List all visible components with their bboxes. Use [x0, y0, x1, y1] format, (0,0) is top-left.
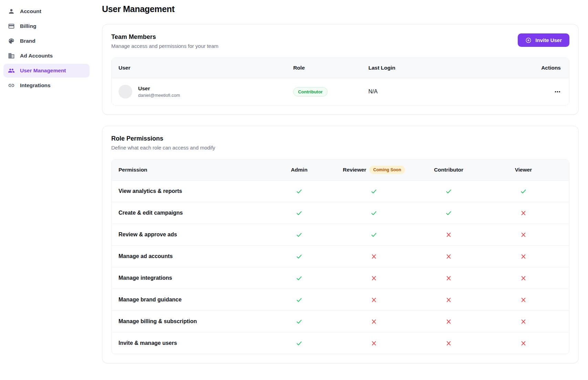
- sidebar-item-label: Ad Accounts: [20, 53, 53, 59]
- cross-icon: [486, 318, 561, 325]
- check-icon: [337, 210, 411, 216]
- page-title: User Management: [102, 4, 579, 14]
- check-icon: [262, 232, 337, 238]
- column-header-user: User: [118, 65, 293, 71]
- settings-sidebar: Account Billing Brand Ad Accounts User M…: [0, 0, 92, 380]
- row-actions-menu-button[interactable]: ⋯: [550, 87, 561, 97]
- invite-user-button[interactable]: Invite User: [518, 33, 569, 47]
- check-icon: [411, 188, 486, 195]
- sidebar-item-user-management[interactable]: User Management: [3, 64, 90, 78]
- permission-row: Manage billing & subscription: [112, 310, 569, 332]
- sidebar-item-integrations[interactable]: Integrations: [3, 79, 90, 92]
- sidebar-item-label: Brand: [20, 38, 35, 44]
- team-members-title: Team Members: [111, 33, 218, 41]
- team-members-card: Team Members Manage access and permissio…: [102, 24, 579, 115]
- sidebar-item-ad-accounts[interactable]: Ad Accounts: [3, 49, 90, 63]
- check-icon: [262, 188, 337, 195]
- check-icon: [262, 297, 337, 303]
- sidebar-item-label: Integrations: [20, 82, 51, 89]
- column-header-last-login: Last Login: [368, 65, 457, 71]
- team-member-row: User daniel@meetlofi.com Contributor N/A…: [112, 78, 569, 105]
- cross-icon: [486, 232, 561, 238]
- permission-label: Manage brand guidance: [118, 297, 262, 303]
- person-icon: [8, 8, 15, 15]
- permission-row: View analytics & reports: [112, 181, 569, 202]
- permission-label: Manage ad accounts: [118, 253, 262, 259]
- sidebar-item-label: User Management: [20, 68, 66, 74]
- permission-row: Invite & manage users: [112, 332, 569, 354]
- check-icon: [262, 210, 337, 216]
- cross-icon: [411, 253, 486, 260]
- sidebar-item-brand[interactable]: Brand: [3, 34, 90, 48]
- team-members-subtitle: Manage access and permissions for your t…: [111, 43, 218, 49]
- users-icon: [8, 67, 15, 74]
- cross-icon: [486, 297, 561, 303]
- cross-icon: [486, 275, 561, 281]
- cross-icon: [411, 275, 486, 281]
- avatar: [118, 85, 132, 99]
- permission-row: Manage ad accounts: [112, 245, 569, 267]
- cross-icon: [486, 340, 561, 347]
- member-name: User: [138, 85, 180, 92]
- permission-label: View analytics & reports: [118, 188, 262, 194]
- role-permissions-table: Permission Admin Reviewer Coming Soon Co…: [111, 159, 569, 354]
- permission-label: Manage billing & subscription: [118, 318, 262, 325]
- role-permissions-rows: View analytics & reportsCreate & edit ca…: [112, 181, 569, 354]
- palette-icon: [8, 38, 15, 44]
- permission-label: Manage integrations: [118, 275, 262, 281]
- column-header-admin: Admin: [262, 167, 337, 173]
- cross-icon: [337, 340, 411, 347]
- role-permissions-table-header: Permission Admin Reviewer Coming Soon Co…: [112, 160, 569, 181]
- cross-icon: [411, 297, 486, 303]
- team-members-table-header: User Role Last Login Actions: [112, 58, 569, 78]
- cross-icon: [486, 253, 561, 260]
- column-header-actions: Actions: [457, 65, 561, 71]
- cross-icon: [337, 253, 411, 260]
- check-icon: [262, 318, 337, 325]
- invite-user-label: Invite User: [535, 37, 562, 43]
- permission-label: Invite & manage users: [118, 340, 262, 346]
- sidebar-item-billing[interactable]: Billing: [3, 19, 90, 33]
- check-icon: [486, 188, 561, 195]
- cross-icon: [337, 318, 411, 325]
- cross-icon: [486, 210, 561, 216]
- check-icon: [411, 210, 486, 216]
- link-icon: [8, 82, 15, 89]
- sidebar-item-label: Account: [20, 8, 41, 14]
- column-header-reviewer: Reviewer Coming Soon: [337, 166, 411, 174]
- permission-row: Manage brand guidance: [112, 289, 569, 310]
- sidebar-item-account[interactable]: Account: [3, 4, 90, 18]
- cross-icon: [411, 340, 486, 347]
- credit-card-icon: [8, 23, 15, 30]
- check-icon: [337, 232, 411, 238]
- plus-circle-icon: [525, 37, 532, 43]
- column-header-permission: Permission: [118, 167, 262, 173]
- role-permissions-subtitle: Define what each role can access and mod…: [111, 145, 569, 151]
- cross-icon: [411, 318, 486, 325]
- check-icon: [262, 340, 337, 347]
- check-icon: [337, 188, 411, 195]
- permission-row: Manage integrations: [112, 267, 569, 289]
- main-content: User Management Team Members Manage acce…: [92, 0, 588, 380]
- cross-icon: [337, 275, 411, 281]
- check-icon: [262, 275, 337, 281]
- column-header-contributor: Contributor: [411, 167, 486, 173]
- sidebar-item-label: Billing: [20, 23, 36, 29]
- member-email: daniel@meetlofi.com: [138, 92, 180, 99]
- team-members-table: User Role Last Login Actions User daniel…: [111, 58, 569, 105]
- permission-row: Review & approve ads: [112, 224, 569, 245]
- building-icon: [8, 52, 15, 59]
- cross-icon: [411, 232, 486, 238]
- cross-icon: [337, 297, 411, 303]
- permission-row: Create & edit campaigns: [112, 202, 569, 224]
- permission-label: Create & edit campaigns: [118, 210, 262, 216]
- last-login-value: N/A: [368, 89, 457, 95]
- role-permissions-card: Role Permissions Define what each role c…: [102, 126, 579, 363]
- coming-soon-badge: Coming Soon: [369, 166, 405, 174]
- role-badge: Contributor: [293, 87, 327, 96]
- column-header-viewer: Viewer: [486, 167, 561, 173]
- check-icon: [262, 253, 337, 260]
- role-permissions-title: Role Permissions: [111, 135, 569, 142]
- permission-label: Review & approve ads: [118, 232, 262, 238]
- column-header-role: Role: [293, 65, 368, 71]
